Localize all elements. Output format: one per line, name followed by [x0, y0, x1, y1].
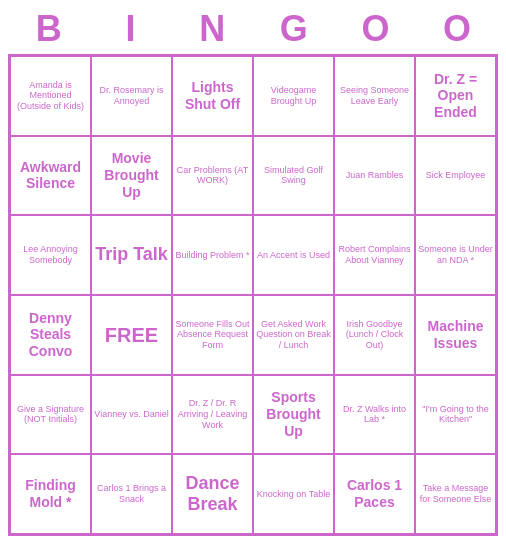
letter-n: N	[171, 8, 253, 50]
bingo-cell-19[interactable]: FREE	[91, 295, 172, 375]
bingo-cell-23[interactable]: Machine Issues	[415, 295, 496, 375]
bingo-cell-25[interactable]: Vianney vs. Daniel	[91, 375, 172, 455]
bingo-cell-0[interactable]: Amanda is Mentioned (Outside of Kids)	[10, 56, 91, 136]
bingo-cell-14[interactable]: Building Problem *	[172, 215, 253, 295]
bingo-cell-20[interactable]: Someone Fills Out Absence Request Form	[172, 295, 253, 375]
bingo-title: B I N G O O	[8, 8, 498, 50]
bingo-cell-34[interactable]: Carlos 1 Paces	[334, 454, 415, 534]
bingo-cell-4[interactable]: Seeing Someone Leave Early	[334, 56, 415, 136]
bingo-cell-16[interactable]: Robert Complains About Vianney	[334, 215, 415, 295]
bingo-cell-35[interactable]: Take a Message for Someone Else	[415, 454, 496, 534]
bingo-grid: Amanda is Mentioned (Outside of Kids)Dr.…	[8, 54, 498, 536]
bingo-cell-27[interactable]: Sports Brought Up	[253, 375, 334, 455]
letter-g: G	[253, 8, 335, 50]
bingo-cell-3[interactable]: Videogame Brought Up	[253, 56, 334, 136]
letter-b: B	[8, 8, 90, 50]
bingo-cell-26[interactable]: Dr. Z / Dr. R Arriving / Leaving Work	[172, 375, 253, 455]
bingo-cell-6[interactable]: Awkward Silence	[10, 136, 91, 216]
bingo-cell-12[interactable]: Lee Annoying Somebody	[10, 215, 91, 295]
bingo-cell-30[interactable]: Finding Mold *	[10, 454, 91, 534]
bingo-cell-2[interactable]: Lights Shut Off	[172, 56, 253, 136]
letter-o2: O	[416, 8, 498, 50]
bingo-cell-29[interactable]: "I'm Going to the Kitchen"	[415, 375, 496, 455]
bingo-cell-11[interactable]: Sick Employee	[415, 136, 496, 216]
bingo-cell-8[interactable]: Car Problems (AT WORK)	[172, 136, 253, 216]
bingo-cell-5[interactable]: Dr. Z = Open Ended	[415, 56, 496, 136]
bingo-cell-28[interactable]: Dr. Z Walks into Lab *	[334, 375, 415, 455]
bingo-cell-13[interactable]: Trip Talk	[91, 215, 172, 295]
bingo-cell-10[interactable]: Juan Rambles	[334, 136, 415, 216]
bingo-cell-24[interactable]: Give a Signature (NOT Initials)	[10, 375, 91, 455]
bingo-cell-7[interactable]: Movie Brought Up	[91, 136, 172, 216]
bingo-cell-33[interactable]: Knocking on Table	[253, 454, 334, 534]
bingo-cell-31[interactable]: Carlos 1 Brings a Snack	[91, 454, 172, 534]
letter-o1: O	[335, 8, 417, 50]
bingo-cell-22[interactable]: Irish Goodbye (Lunch / Clock Out)	[334, 295, 415, 375]
bingo-cell-15[interactable]: An Accent is Used	[253, 215, 334, 295]
bingo-cell-32[interactable]: Dance Break	[172, 454, 253, 534]
bingo-cell-9[interactable]: Simulated Golf Swing	[253, 136, 334, 216]
bingo-cell-21[interactable]: Get Asked Work Question on Break / Lunch	[253, 295, 334, 375]
bingo-cell-18[interactable]: Denny Steals Convo	[10, 295, 91, 375]
bingo-cell-1[interactable]: Dr. Rosemary is Annoyed	[91, 56, 172, 136]
bingo-cell-17[interactable]: Someone is Under an NDA *	[415, 215, 496, 295]
letter-i: I	[90, 8, 172, 50]
